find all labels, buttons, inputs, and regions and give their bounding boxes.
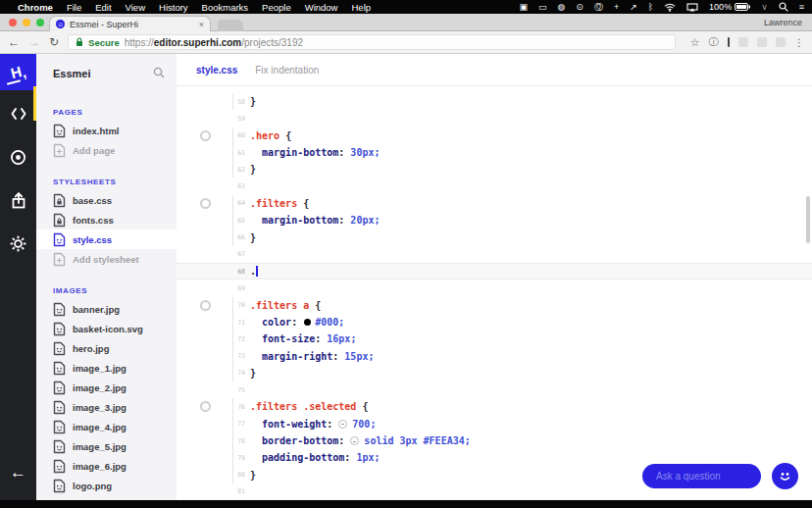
battery-icon[interactable]: 100% bbox=[709, 3, 750, 12]
menu-bookmarks[interactable]: Bookmarks bbox=[202, 2, 249, 13]
minimize-window-button[interactable] bbox=[23, 19, 30, 26]
menu-window[interactable]: Window bbox=[305, 2, 338, 13]
screen-share-icon[interactable]: ↗ bbox=[630, 3, 637, 12]
upload-icon[interactable] bbox=[9, 190, 28, 210]
gear-icon[interactable] bbox=[9, 233, 28, 253]
sidebar-item-base-css[interactable]: base.css bbox=[36, 190, 177, 210]
code-line[interactable]: 65 margin-bottom: 20px; bbox=[177, 212, 812, 229]
sidebar-item-add-page[interactable]: Add page bbox=[36, 140, 177, 160]
menu-people[interactable]: People bbox=[262, 2, 291, 13]
sidebar-item-fonts-css[interactable]: fonts.css bbox=[36, 210, 177, 229]
extension-bar-icon[interactable] bbox=[728, 37, 731, 47]
new-tab-button[interactable] bbox=[218, 20, 243, 31]
forward-icon[interactable]: → bbox=[28, 36, 40, 48]
sidebar-item-index-html[interactable]: index.html bbox=[36, 121, 177, 140]
airplay-icon[interactable] bbox=[686, 3, 698, 12]
q-circle-icon[interactable]: Ⓠ bbox=[594, 3, 603, 12]
code-line[interactable]: 76.filters .selected { bbox=[177, 398, 812, 415]
sidebar-item-basket-icon-svg[interactable]: basket-icon.svg bbox=[36, 319, 177, 338]
code-line[interactable]: 64.filters { bbox=[177, 195, 812, 212]
zoom-window-button[interactable] bbox=[36, 19, 44, 26]
extension-icon[interactable] bbox=[757, 37, 767, 47]
sidebar-item-image-5-jpg[interactable]: image_5.jpg bbox=[36, 436, 177, 456]
close-window-button[interactable] bbox=[9, 19, 17, 26]
menu-help[interactable]: Help bbox=[351, 2, 371, 13]
sidebar-item-image-6-jpg[interactable]: image_6.jpg bbox=[36, 456, 177, 476]
extension-icon[interactable] bbox=[738, 37, 748, 47]
address-bar[interactable]: Secure https://editor.superhi.com/projec… bbox=[68, 34, 676, 50]
info-circle-icon[interactable]: ⊙ bbox=[576, 3, 584, 12]
sidebar-item-image-4-jpg[interactable]: image_4.jpg bbox=[36, 417, 177, 436]
menu-file[interactable]: File bbox=[67, 2, 81, 13]
back-arrow-icon[interactable]: ← bbox=[0, 463, 36, 483]
reload-icon[interactable]: ↻ bbox=[49, 36, 59, 48]
window-controls[interactable] bbox=[9, 19, 44, 26]
sidebar-item-add-stylesheet[interactable]: Add stylesheet bbox=[36, 249, 177, 269]
color-swatch[interactable] bbox=[304, 319, 311, 326]
value-stepper-icon[interactable] bbox=[350, 436, 359, 445]
code-line[interactable]: 60.hero { bbox=[177, 127, 812, 144]
code-line[interactable]: 71 color: #000; bbox=[177, 314, 812, 330]
sidebar-item-logo-png[interactable]: logo.png bbox=[36, 476, 177, 495]
screen-record-icon[interactable]: ▣ bbox=[519, 3, 528, 12]
code-icon[interactable] bbox=[9, 104, 28, 124]
fold-marker-icon[interactable] bbox=[200, 300, 211, 311]
sidebar-item-image-2-jpg[interactable]: image_2.jpg bbox=[36, 378, 177, 397]
menu-view[interactable]: View bbox=[126, 2, 145, 13]
eye-icon[interactable] bbox=[9, 147, 28, 167]
sidebar-item-banner-jpg[interactable]: banner.jpg bbox=[36, 299, 177, 319]
code-line[interactable]: 62} bbox=[177, 161, 812, 178]
extension-icon[interactable] bbox=[776, 37, 786, 47]
code-line[interactable]: 77 font-weight: 700; bbox=[177, 416, 812, 432]
code-line[interactable]: 70.filters a { bbox=[177, 297, 812, 314]
bluetooth-icon[interactable]: ᛒ bbox=[648, 3, 653, 12]
code-line[interactable]: 69 bbox=[177, 279, 812, 296]
code-line[interactable]: 58} bbox=[177, 93, 812, 110]
sidebar-item-image-3-jpg[interactable]: image_3.jpg bbox=[36, 397, 177, 417]
search-icon[interactable] bbox=[779, 2, 788, 12]
sidebar-item-style-css[interactable]: style.css bbox=[36, 229, 177, 249]
profile-name[interactable]: Lawrence bbox=[764, 18, 802, 27]
bookmark-star-icon[interactable]: ☆ bbox=[690, 36, 700, 49]
back-icon[interactable]: ← bbox=[8, 36, 20, 48]
menu-chrome[interactable]: Chrome bbox=[18, 2, 53, 13]
code-line[interactable]: 63 bbox=[177, 178, 812, 194]
menu-icon[interactable]: ≡ bbox=[799, 3, 804, 12]
window-icon[interactable]: ▭ bbox=[538, 3, 547, 12]
code-line[interactable]: 74} bbox=[177, 365, 812, 381]
search-icon[interactable] bbox=[153, 67, 165, 80]
water-drop-icon[interactable]: ◍ bbox=[557, 3, 565, 12]
chrome-menu-icon[interactable]: ⋮ bbox=[794, 37, 804, 48]
fix-indentation-button[interactable]: Fix indentation bbox=[255, 65, 319, 76]
wifi-icon[interactable] bbox=[664, 3, 676, 12]
editor-tab-stylecss[interactable]: style.css bbox=[196, 65, 237, 76]
code-line[interactable]: 61 margin-bottom: 30px; bbox=[177, 144, 812, 161]
sidebar-item-hero-jpg[interactable]: hero.jpg bbox=[36, 338, 177, 358]
fold-marker-icon[interactable] bbox=[200, 130, 211, 141]
ask-question-button[interactable]: Ask a question bbox=[642, 464, 761, 488]
browser-tab[interactable]: ☺ Essmei - SuperHi × bbox=[49, 16, 211, 31]
editor-scrollbar[interactable] bbox=[806, 196, 810, 243]
help-smiley-icon[interactable] bbox=[772, 463, 798, 489]
code-line[interactable]: 72 font-size: 16px; bbox=[177, 330, 812, 347]
plus-icon[interactable]: + bbox=[614, 3, 619, 12]
close-tab-icon[interactable]: × bbox=[199, 20, 204, 29]
file-label: image_3.jpg bbox=[73, 402, 127, 413]
fold-marker-icon[interactable] bbox=[200, 198, 211, 209]
code-line[interactable]: 66} bbox=[177, 229, 812, 245]
value-stepper-icon[interactable] bbox=[338, 420, 347, 429]
superhi-logo[interactable]: H, bbox=[0, 54, 36, 90]
code-line[interactable]: 73 margin-right: 15px; bbox=[177, 347, 812, 364]
code-area[interactable]: 58}5960.hero {61 margin-bottom: 30px;62}… bbox=[177, 86, 812, 500]
code-line[interactable]: 59 bbox=[177, 110, 812, 127]
menu-edit[interactable]: Edit bbox=[95, 2, 111, 13]
code-line[interactable]: 78 border-bottom: solid 3px #FEEA34; bbox=[177, 432, 812, 449]
fold-marker-icon[interactable] bbox=[200, 401, 211, 412]
menu-history[interactable]: History bbox=[159, 2, 188, 13]
code-line[interactable]: 75 bbox=[177, 381, 812, 398]
code-line[interactable]: 67 bbox=[177, 246, 812, 263]
extension-info-icon[interactable]: ⓘ bbox=[709, 35, 719, 49]
code-line[interactable]: 68. bbox=[177, 263, 812, 279]
sidebar-item-image-1-jpg[interactable]: image_1.jpg bbox=[36, 358, 177, 378]
dropdown-circle-icon[interactable]: ∨ bbox=[761, 3, 768, 12]
